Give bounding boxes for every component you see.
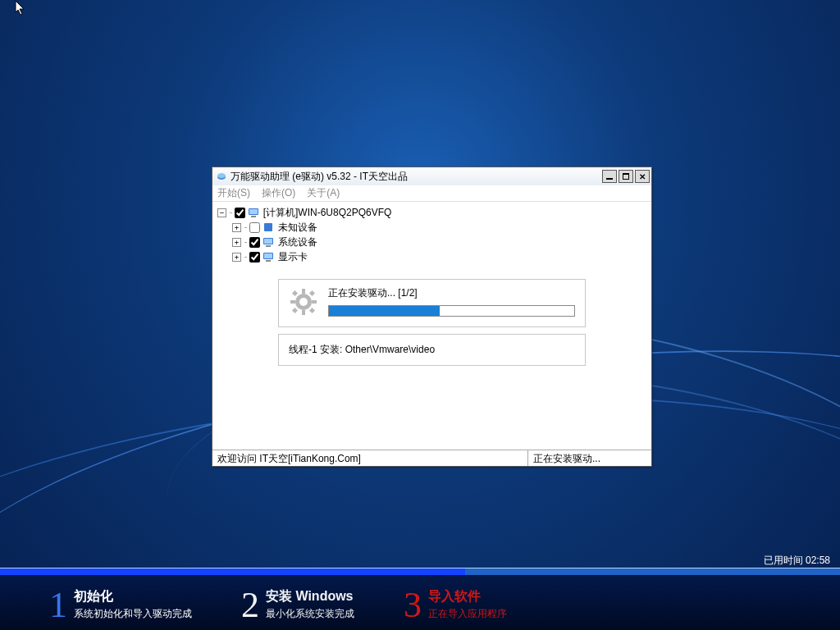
step-sub: 系统初始化和导入驱动完成 — [74, 607, 192, 621]
status-right: 正在安装驱动... — [528, 450, 651, 466]
step-title: 导入软件 — [428, 588, 507, 605]
minimize-button[interactable] — [602, 170, 617, 183]
step-import-software: 3 导入软件 正在导入应用程序 — [404, 579, 507, 630]
tree-root-label: [计算机]WIN-6U8Q2PQ6VFQ — [263, 206, 392, 220]
collapse-icon[interactable]: − — [217, 208, 226, 217]
svg-rect-4 — [251, 216, 256, 217]
step-title: 初始化 — [74, 588, 192, 605]
display-adapter-icon — [262, 250, 275, 263]
progress-label: 正在安装驱动... [1/2] — [328, 286, 575, 300]
gear-icon — [289, 287, 318, 317]
tree-root-checkbox[interactable] — [235, 208, 245, 218]
expand-icon[interactable]: + — [232, 253, 241, 262]
maximize-button[interactable] — [619, 170, 633, 183]
step-title: 安装 Windows — [266, 588, 354, 605]
tree-item-checkbox[interactable] — [249, 222, 260, 233]
svg-point-21 — [299, 298, 308, 306]
step-sub: 最小化系统安装完成 — [266, 607, 354, 621]
window-title: 万能驱动助理 (e驱动) v5.32 - IT天空出品 — [231, 170, 602, 184]
svg-rect-11 — [266, 260, 271, 262]
computer-icon — [247, 206, 260, 219]
menu-operate[interactable]: 操作(O) — [262, 186, 295, 200]
svg-rect-20 — [309, 307, 315, 313]
tree-row[interactable]: + ··· 未知设备 — [217, 220, 646, 235]
expand-icon[interactable]: + — [232, 238, 241, 247]
svg-point-1 — [217, 173, 226, 178]
tree-root-row[interactable]: − ··· [计算机]WIN-6U8Q2PQ6VFQ — [217, 205, 646, 220]
menu-start[interactable]: 开始(S) — [217, 186, 250, 200]
thread-text: 线程-1 安装: Other\Vmware\video — [289, 344, 435, 355]
driver-installer-window: 万能驱动助理 (e驱动) v5.32 - IT天空出品 ✕ 开始(S) 操作(O… — [212, 167, 652, 467]
svg-rect-8 — [266, 245, 271, 247]
svg-rect-17 — [292, 290, 298, 295]
svg-rect-3 — [249, 209, 258, 214]
step-initialize: 1 初始化 系统初始化和导入驱动完成 — [49, 579, 192, 630]
svg-rect-14 — [302, 310, 305, 315]
progress-panel: 正在安装驱动... [1/2] — [278, 279, 586, 327]
statusbar: 欢迎访问 IT天空[iTianKong.Com] 正在安装驱动... — [212, 450, 651, 466]
svg-rect-18 — [309, 290, 315, 295]
expand-icon[interactable]: + — [232, 223, 241, 232]
menu-about[interactable]: 关于(A) — [307, 186, 340, 200]
svg-rect-19 — [292, 307, 298, 313]
svg-rect-10 — [264, 253, 272, 258]
status-left: 欢迎访问 IT天空[iTianKong.Com] — [212, 450, 528, 466]
step-install-windows: 2 安装 Windows 最小化系统安装完成 — [241, 579, 354, 630]
step-sub: 正在导入应用程序 — [428, 607, 507, 621]
tree-row[interactable]: + ··· 系统设备 — [217, 235, 646, 249]
progress-bar — [328, 305, 575, 317]
svg-rect-5 — [264, 223, 272, 231]
thread-status: 线程-1 安装: Other\Vmware\video — [278, 334, 586, 366]
svg-rect-13 — [302, 289, 305, 294]
close-button[interactable]: ✕ — [635, 170, 650, 183]
overall-progress — [0, 568, 840, 576]
progress-fill — [329, 306, 440, 316]
tree-item-label: 系统设备 — [278, 235, 317, 249]
elapsed-time: 已用时间 02:58 — [764, 554, 830, 568]
tree-item-checkbox[interactable] — [249, 237, 260, 248]
tree-item-checkbox[interactable] — [249, 252, 260, 262]
svg-rect-16 — [312, 300, 317, 304]
tree-item-label: 显示卡 — [278, 250, 308, 264]
tree-item-label: 未知设备 — [278, 221, 317, 235]
install-steps: 1 初始化 系统初始化和导入驱动完成 2 安装 Windows 最小化系统安装完… — [0, 576, 840, 630]
system-device-icon — [262, 235, 275, 249]
svg-rect-15 — [290, 300, 295, 304]
titlebar[interactable]: 万能驱动助理 (e驱动) v5.32 - IT天空出品 ✕ — [212, 167, 651, 185]
app-icon — [216, 171, 227, 182]
tree-row[interactable]: + ··· 显示卡 — [217, 249, 646, 264]
menubar: 开始(S) 操作(O) 关于(A) — [212, 185, 651, 202]
unknown-device-icon — [262, 221, 275, 234]
device-tree: − ··· [计算机]WIN-6U8Q2PQ6VFQ + ··· 未知设备 + … — [212, 202, 651, 267]
svg-rect-7 — [264, 239, 272, 244]
